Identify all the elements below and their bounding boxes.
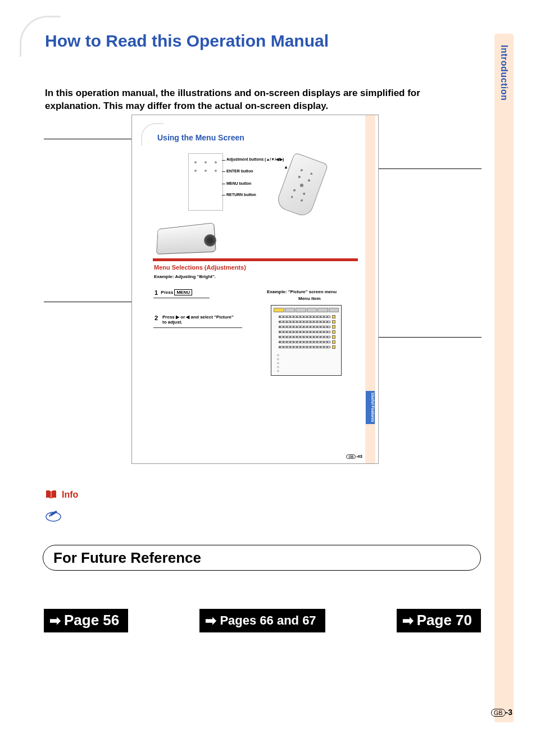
- info-label: Info: [62, 490, 78, 500]
- callout-enter: ENTER button: [226, 169, 253, 173]
- note-row: [45, 509, 62, 525]
- page-title: How to Read this Operation Manual: [45, 31, 329, 51]
- arrow-right-icon: ➡: [402, 613, 414, 629]
- callout-leader-left-1: [44, 139, 131, 139]
- osd-caption-1: Example: "Picture" screen menu: [267, 289, 337, 294]
- step1-prefix: Press: [161, 290, 173, 295]
- page-ref-label-1: Page 56: [64, 612, 119, 629]
- step-1: 1 Press MENU: [155, 289, 192, 296]
- inset-sample-page: Useful Features Using the Menu Screen Ad…: [131, 115, 379, 464]
- info-row: Info: [45, 490, 78, 500]
- page-ref-label-2: Pages 66 and 67: [220, 613, 316, 628]
- intro-paragraph: In this operation manual, the illustrati…: [45, 87, 472, 113]
- callout-return: RETURN button: [226, 193, 256, 197]
- page-number: GB-3: [491, 708, 512, 717]
- callout-leader: [222, 195, 225, 195]
- inset-side-tab: Useful Features: [365, 115, 375, 463]
- step1-menu-box: MENU: [174, 289, 192, 295]
- page-num: -3: [506, 708, 512, 717]
- callout-leader: [222, 171, 225, 172]
- callout-leader-left-2: [44, 302, 131, 302]
- projector-illustration: [153, 220, 215, 258]
- chapter-side-tab: Introduction: [494, 34, 514, 722]
- inset-page-num: -43: [356, 454, 362, 459]
- page-reference-row: ➡ Page 56 ➡ Pages 66 and 67 ➡ Page 70: [44, 609, 481, 632]
- inset-page-number: GB-43: [346, 454, 362, 459]
- arrow-right-icon: ➡: [49, 613, 61, 629]
- section-heading: Menu Selections (Adjustments): [154, 264, 246, 271]
- page-ref-button-2[interactable]: ➡ Pages 66 and 67: [199, 609, 325, 632]
- osd-caption-2: Menu item: [298, 296, 321, 301]
- callout-leader-right-1: [369, 168, 482, 169]
- step-2: 2 Press ▶ or ◀ and select "Picture" to a…: [155, 315, 239, 325]
- callout-menu: MENU button: [226, 181, 251, 185]
- page-ref-label-3: Page 70: [417, 612, 472, 629]
- gb-badge: GB: [491, 709, 506, 717]
- callout-leader: [222, 160, 225, 161]
- inset-gb-badge: GB: [346, 454, 356, 459]
- control-panel-illustration: [188, 153, 223, 211]
- example-intro: Example: Adjusting "Bright".: [154, 274, 216, 279]
- inset-title: Using the Menu Screen: [157, 133, 244, 142]
- future-reference-title: For Future Reference: [53, 549, 201, 567]
- callout-leader-right-2: [369, 337, 482, 338]
- arrow-right-icon: ➡: [205, 613, 216, 629]
- section-divider-bar: [153, 258, 358, 261]
- future-reference-box: For Future Reference: [43, 545, 481, 571]
- inset-side-tab-label: Useful Features: [366, 391, 375, 424]
- callout-adjustment: Adjustment buttons (▲/▼/◀/▶): [226, 157, 284, 162]
- osd-screenshot: ◇ ◇ ◇ ◇ ◇: [271, 305, 342, 376]
- manual-page: Introduction How to Read this Operation …: [0, 0, 536, 756]
- callout-leader: [222, 184, 225, 184]
- remote-illustration: [275, 152, 328, 218]
- step2-text: Press ▶ or ◀ and select "Picture" to adj…: [162, 315, 239, 325]
- book-icon: [45, 490, 57, 500]
- page-ref-button-3[interactable]: ➡ Page 70: [397, 609, 481, 632]
- chapter-side-tab-label: Introduction: [499, 45, 509, 101]
- page-ref-button-1[interactable]: ➡ Page 56: [44, 609, 128, 632]
- pencil-icon: [45, 514, 62, 524]
